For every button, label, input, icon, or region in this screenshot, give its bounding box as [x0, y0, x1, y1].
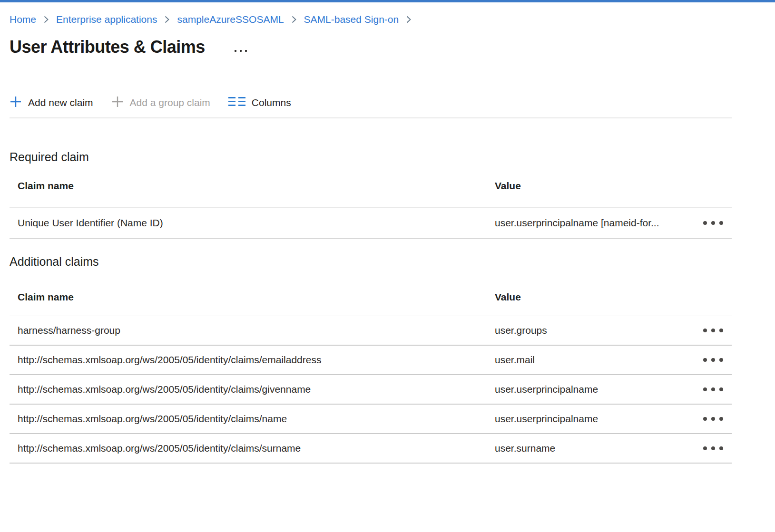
user-attributes-claims-page: Home Enterprise applications sampleAzure…: [0, 13, 775, 464]
row-ellipsis-icon[interactable]: [702, 414, 724, 424]
more-menu-icon[interactable]: [233, 48, 249, 54]
add-group-claim-button[interactable]: Add a group claim: [111, 96, 210, 110]
claim-value-cell: user.userprincipalname: [495, 383, 688, 396]
title-row: User Attributes & Claims: [10, 35, 765, 59]
claim-name-cell: http://schemas.xmlsoap.org/ws/2005/05/id…: [10, 412, 495, 426]
command-bar: Add new claim Add a group claim Columns: [10, 93, 765, 113]
row-ellipsis-icon[interactable]: [702, 385, 724, 394]
table-row[interactable]: harness/harness-group user.groups: [10, 316, 732, 346]
chevron-right-icon: [43, 15, 49, 24]
additional-claims-table: Claim name Value harness/harness-group u…: [10, 283, 732, 464]
plus-icon: [111, 96, 124, 110]
columns-icon: [228, 96, 245, 110]
claim-value-cell: user.userprincipalname [nameid-for...: [495, 216, 688, 230]
row-ellipsis-icon[interactable]: [702, 355, 724, 365]
column-header-value: Value: [495, 179, 688, 207]
table-row[interactable]: http://schemas.xmlsoap.org/ws/2005/05/id…: [10, 405, 732, 434]
top-accent-bar: [0, 0, 775, 2]
row-ellipsis-icon[interactable]: [702, 326, 724, 335]
page-title: User Attributes & Claims: [10, 35, 205, 59]
table-row[interactable]: Unique User Identifier (Name ID) user.us…: [10, 208, 732, 239]
chevron-right-icon: [406, 15, 412, 24]
additional-claims-heading: Additional claims: [10, 253, 765, 270]
claim-value-cell: user.mail: [495, 353, 688, 367]
column-header-value: Value: [495, 290, 688, 316]
claim-name-cell: harness/harness-group: [10, 324, 495, 337]
required-claim-table: Claim name Value Unique User Identifier …: [10, 178, 732, 239]
claim-name-cell: http://schemas.xmlsoap.org/ws/2005/05/id…: [10, 383, 495, 396]
table-header-row: Claim name Value: [10, 178, 732, 208]
toolbar-divider: [10, 117, 732, 118]
column-header-claim-name: Claim name: [10, 290, 495, 316]
breadcrumb: Home Enterprise applications sampleAzure…: [10, 13, 765, 26]
breadcrumb-app[interactable]: sampleAzureSSOSAML: [177, 13, 284, 26]
claim-name-cell: http://schemas.xmlsoap.org/ws/2005/05/id…: [10, 353, 495, 367]
claim-value-cell: user.groups: [495, 324, 688, 337]
plus-icon: [10, 96, 22, 110]
columns-label: Columns: [252, 97, 291, 108]
table-row[interactable]: http://schemas.xmlsoap.org/ws/2005/05/id…: [10, 375, 732, 405]
row-ellipsis-icon[interactable]: [702, 444, 724, 453]
claim-value-cell: user.userprincipalname: [495, 412, 688, 426]
table-row[interactable]: http://schemas.xmlsoap.org/ws/2005/05/id…: [10, 346, 732, 375]
add-group-claim-label: Add a group claim: [130, 97, 210, 108]
claim-name-cell: http://schemas.xmlsoap.org/ws/2005/05/id…: [10, 442, 495, 455]
claim-value-cell: user.surname: [495, 442, 688, 455]
chevron-right-icon: [164, 15, 170, 24]
breadcrumb-saml-sign-on[interactable]: SAML-based Sign-on: [304, 13, 399, 26]
breadcrumb-enterprise-applications[interactable]: Enterprise applications: [56, 13, 157, 26]
breadcrumb-home[interactable]: Home: [10, 13, 36, 26]
table-header-row: Claim name Value: [10, 283, 732, 316]
add-new-claim-button[interactable]: Add new claim: [10, 96, 93, 110]
table-row[interactable]: http://schemas.xmlsoap.org/ws/2005/05/id…: [10, 434, 732, 464]
claim-name-cell: Unique User Identifier (Name ID): [10, 216, 495, 230]
chevron-right-icon: [291, 15, 297, 24]
columns-button[interactable]: Columns: [228, 96, 291, 110]
row-ellipsis-icon[interactable]: [702, 218, 724, 228]
required-claim-heading: Required claim: [10, 149, 765, 165]
add-new-claim-label: Add new claim: [28, 97, 93, 108]
column-header-claim-name: Claim name: [10, 179, 495, 207]
